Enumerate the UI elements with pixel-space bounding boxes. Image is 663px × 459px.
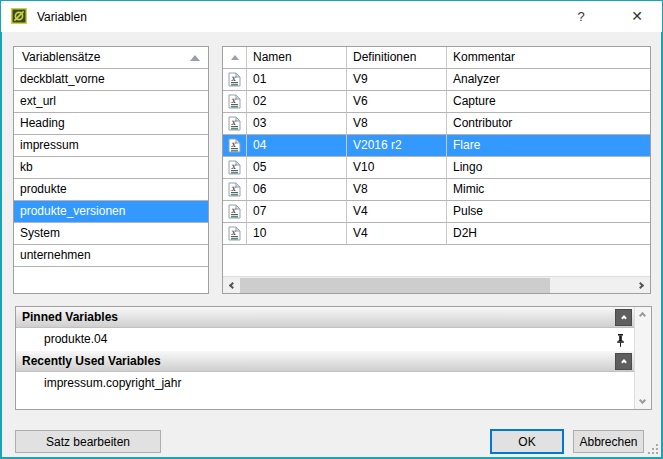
titlebar: Variablen ? ✕ bbox=[1, 1, 662, 32]
cell-comment: Pulse bbox=[447, 201, 650, 223]
cell-definition: V8 bbox=[347, 113, 447, 135]
list-item[interactable]: produkte bbox=[14, 179, 208, 201]
cell-name: 01 bbox=[247, 69, 347, 91]
list-item[interactable]: Heading bbox=[14, 113, 208, 135]
table-row[interactable]: x 06 V8 Mimic bbox=[223, 179, 650, 201]
cell-name: 04 bbox=[247, 135, 347, 157]
variables-dialog: Variablen ? ✕ Variablensätze deckblatt_v… bbox=[0, 0, 663, 459]
variable-doc-icon: x bbox=[223, 179, 247, 201]
cell-comment: Mimic bbox=[447, 179, 650, 201]
table-header: Namen Definitionen Kommentar bbox=[223, 47, 650, 69]
cell-comment: Analyzer bbox=[447, 69, 650, 91]
resize-grip[interactable] bbox=[647, 444, 658, 455]
table-row[interactable]: x 10 V4 D2H bbox=[223, 223, 650, 245]
cancel-button[interactable]: Abbrechen bbox=[573, 430, 644, 453]
horizontal-scrollbar[interactable] bbox=[223, 276, 650, 293]
table-sort-header[interactable] bbox=[223, 47, 247, 69]
recent-variables-header[interactable]: Recently Used Variables bbox=[16, 351, 634, 372]
variable-doc-icon: x bbox=[223, 69, 247, 91]
chevron-left-icon bbox=[229, 282, 236, 289]
variables-table-panel: Namen Definitionen Kommentar x 01 V9 Ana… bbox=[222, 46, 651, 294]
variable-doc-icon: x bbox=[223, 223, 247, 245]
variable-sets-column-header[interactable]: Variablensätze bbox=[14, 47, 208, 69]
pinned-variables-content: Pinned Variables produkte.04 Recently Us… bbox=[16, 307, 634, 409]
dialog-title: Variablen bbox=[37, 10, 87, 24]
cell-definition: V9 bbox=[347, 69, 447, 91]
pinned-variables-header[interactable]: Pinned Variables bbox=[16, 307, 634, 328]
help-button[interactable]: ? bbox=[560, 1, 602, 32]
cell-name: 06 bbox=[247, 179, 347, 201]
variable-doc-icon: x bbox=[223, 113, 247, 135]
variables-app-icon bbox=[11, 8, 27, 24]
chevron-right-icon bbox=[637, 282, 644, 289]
cell-name: 07 bbox=[247, 201, 347, 223]
cell-name: 10 bbox=[247, 223, 347, 245]
pinned-variables-panel: Pinned Variables produkte.04 Recently Us… bbox=[15, 306, 652, 410]
list-item[interactable]: kb bbox=[14, 157, 208, 179]
chevron-up-icon bbox=[621, 359, 627, 365]
scroll-right-button[interactable] bbox=[633, 277, 650, 294]
table-row[interactable]: x 07 V4 Pulse bbox=[223, 201, 650, 223]
list-item[interactable]: deckblatt_vorne bbox=[14, 69, 208, 91]
cell-comment: Flare bbox=[447, 135, 650, 157]
sort-asc-icon bbox=[190, 55, 200, 61]
pinned-variable-label: produkte.04 bbox=[44, 332, 107, 346]
cell-comment: Lingo bbox=[447, 157, 650, 179]
pinned-variables-header-label: Pinned Variables bbox=[22, 310, 118, 324]
cell-comment: D2H bbox=[447, 223, 650, 245]
cell-definition: V2016 r2 bbox=[347, 135, 447, 157]
list-item-selected[interactable]: produkte_versionen bbox=[14, 201, 208, 223]
table-row[interactable]: x 02 V6 Capture bbox=[223, 91, 650, 113]
vertical-scrollbar[interactable] bbox=[634, 307, 651, 409]
pinned-variable-item[interactable]: produkte.04 bbox=[16, 328, 634, 351]
list-item[interactable]: unternehmen bbox=[14, 245, 208, 267]
cell-definition: V4 bbox=[347, 223, 447, 245]
cell-comment: Capture bbox=[447, 91, 650, 113]
cell-definition: V4 bbox=[347, 201, 447, 223]
cell-name: 05 bbox=[247, 157, 347, 179]
cell-comment: Contributor bbox=[447, 113, 650, 135]
table-row[interactable]: x 01 V9 Analyzer bbox=[223, 69, 650, 91]
scroll-left-button[interactable] bbox=[223, 277, 240, 294]
cell-definition: V8 bbox=[347, 179, 447, 201]
table-row[interactable]: x 05 V10 Lingo bbox=[223, 157, 650, 179]
cell-definition: V10 bbox=[347, 157, 447, 179]
variable-doc-icon: x bbox=[223, 157, 247, 179]
list-item[interactable]: impressum bbox=[14, 135, 208, 157]
variable-doc-icon: x bbox=[223, 135, 247, 157]
collapse-recent-button[interactable] bbox=[615, 353, 632, 370]
column-header-namen[interactable]: Namen bbox=[247, 47, 347, 69]
cell-name: 03 bbox=[247, 113, 347, 135]
scroll-up-button[interactable] bbox=[639, 312, 646, 319]
variable-sets-panel: Variablensätze deckblatt_vorne ext_url H… bbox=[13, 46, 209, 294]
cell-definition: V6 bbox=[347, 91, 447, 113]
list-item[interactable]: ext_url bbox=[14, 91, 208, 113]
list-item[interactable]: System bbox=[14, 223, 208, 245]
table-row[interactable]: x 03 V8 Contributor bbox=[223, 113, 650, 135]
close-button[interactable]: ✕ bbox=[616, 1, 658, 32]
recent-variables-header-label: Recently Used Variables bbox=[22, 354, 161, 368]
table-row-selected[interactable]: x 04 V2016 r2 Flare bbox=[223, 135, 650, 157]
scroll-down-button[interactable] bbox=[639, 397, 646, 404]
edit-set-button[interactable]: Satz bearbeiten bbox=[15, 430, 161, 453]
recent-variable-item[interactable]: impressum.copyright_jahr bbox=[16, 372, 634, 395]
column-header-definitionen[interactable]: Definitionen bbox=[347, 47, 447, 69]
chevron-up-icon bbox=[621, 315, 627, 321]
variable-sets-header-label: Variablensätze bbox=[22, 50, 101, 64]
ok-button[interactable]: OK bbox=[490, 429, 564, 454]
recent-variable-label: impressum.copyright_jahr bbox=[44, 376, 181, 390]
collapse-pinned-button[interactable] bbox=[615, 309, 632, 326]
column-header-kommentar[interactable]: Kommentar bbox=[447, 47, 650, 69]
variable-doc-icon: x bbox=[223, 91, 247, 113]
cell-name: 02 bbox=[247, 91, 347, 113]
sort-asc-icon bbox=[231, 55, 239, 60]
variable-doc-icon: x bbox=[223, 201, 247, 223]
scrollbar-thumb[interactable] bbox=[240, 278, 550, 293]
